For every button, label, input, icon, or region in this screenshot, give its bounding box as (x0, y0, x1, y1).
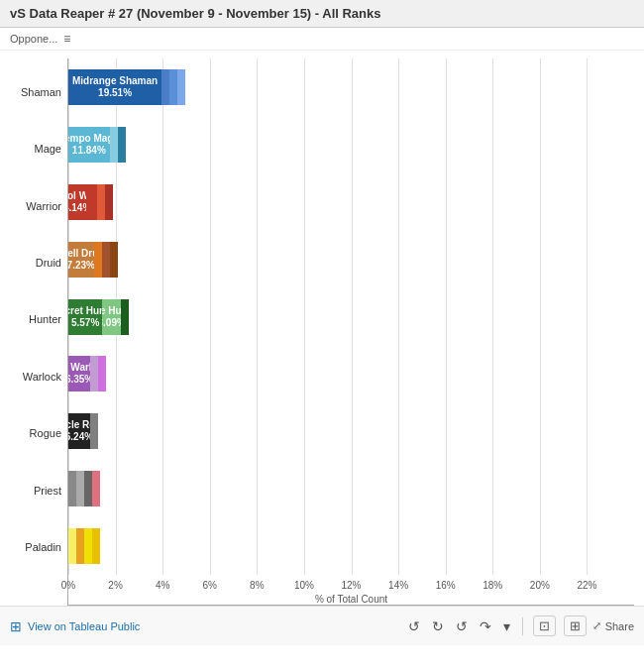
bar-segment[interactable] (97, 184, 105, 220)
x-axis-label: 6% (203, 580, 217, 591)
bar-segment[interactable] (92, 471, 100, 506)
filter-row: Oppone... ≡ (0, 28, 644, 51)
bar-segment[interactable] (102, 242, 110, 278)
bar-segment[interactable]: Miracle Rogue6.24% (68, 413, 90, 449)
segment-label: Zoo Warlock (68, 362, 90, 374)
share-button[interactable]: ⤢ Share (592, 619, 634, 632)
y-axis-labels: ShamanMageWarriorDruidHunterWarlockRogue… (0, 58, 67, 606)
bar-segment[interactable] (161, 69, 169, 105)
redo-button[interactable]: ↻ (428, 616, 448, 636)
bar-segment[interactable] (169, 69, 177, 105)
y-axis-label: Hunter (0, 291, 61, 348)
x-axis-label: 0% (61, 580, 75, 591)
bar-segments: Miracle Rogue6.24% (68, 413, 152, 449)
segment-value: 11.84% (72, 145, 106, 157)
bar-segment[interactable]: Spell Druid7.23% (68, 242, 94, 278)
bar-row (68, 517, 634, 575)
y-axis-label: Shaman (0, 63, 61, 120)
bar-segment[interactable] (86, 184, 97, 220)
tableau-label[interactable]: View on Tableau Public (28, 620, 140, 632)
filter-label: Oppone... (10, 33, 57, 45)
segment-label: Spell Druid (68, 248, 94, 260)
x-axis-label: 8% (250, 580, 264, 591)
y-axis-label: Druid (0, 234, 61, 290)
y-axis-label: Rogue (0, 405, 61, 462)
bar-segments: Zoo Warlock6.35% (68, 356, 152, 391)
footer: ⊞ View on Tableau Public ↺ ↻ ↺ ↷ ▾ ⊡ ⊞ ⤢… (0, 606, 644, 645)
footer-divider (522, 617, 523, 635)
x-axis-label: 10% (294, 580, 314, 591)
x-axis-label: 16% (436, 580, 456, 591)
bar-segment[interactable]: Midrange Shaman19.51% (68, 69, 161, 105)
bar-segment[interactable] (110, 242, 118, 278)
footer-controls: ↺ ↻ ↺ ↷ ▾ ⊡ ⊞ ⤢ Share (404, 615, 634, 636)
bar-segment[interactable] (84, 471, 92, 506)
segment-label: Midrange Shaman (72, 75, 158, 87)
bar-segment[interactable] (68, 528, 76, 564)
y-axis-label: Warrior (0, 177, 61, 234)
bar-segment[interactable]: Control Warrior4.14% (68, 184, 86, 220)
bar-segments: Tempo Mage11.84% (68, 127, 152, 163)
segment-value: 6.24% (68, 431, 90, 443)
segment-value: 7.23% (68, 260, 94, 272)
page-title: vS Data Reaper # 27 (November 9 - Novemb… (10, 6, 381, 21)
title-bar: vS Data Reaper # 27 (November 9 - Novemb… (0, 0, 644, 28)
bar-segments: Spell Druid7.23% (68, 242, 153, 278)
bar-segment[interactable] (94, 242, 102, 278)
bar-segments (68, 528, 100, 564)
expand-button[interactable]: ⊞ (564, 615, 587, 636)
bar-segment[interactable]: Secret Hunter5.57% (68, 299, 102, 335)
bar-segment[interactable] (110, 127, 118, 163)
bar-row (68, 460, 634, 517)
filter-icon[interactable]: ≡ (63, 32, 70, 46)
bar-segment[interactable] (92, 528, 100, 564)
forward-button[interactable]: ↷ (476, 616, 495, 636)
bar-row: Spell Druid7.23% (68, 231, 634, 288)
bar-row: Miracle Rogue6.24% (68, 402, 634, 460)
bar-segment[interactable]: Face Hunter3.09% (102, 299, 121, 335)
undo2-button[interactable]: ↺ (452, 616, 472, 636)
bar-segment[interactable] (98, 356, 106, 391)
x-axis-label: 12% (341, 580, 361, 591)
share-label: Share (605, 620, 634, 632)
x-axis-label: 20% (530, 580, 550, 591)
y-axis-label: Warlock (0, 348, 61, 404)
bar-segments: Secret Hunter5.57%Face Hunter3.09% (68, 299, 214, 335)
bar-segment[interactable] (177, 69, 185, 105)
y-axis-label: Priest (0, 462, 61, 518)
segment-label: Tempo Mage (68, 133, 110, 145)
undo-button[interactable]: ↺ (404, 616, 424, 636)
bar-segment[interactable] (105, 184, 113, 220)
bar-segments: Midrange Shaman19.51% (68, 69, 185, 105)
bar-segment[interactable] (68, 471, 76, 506)
x-axis-label: 4% (156, 580, 169, 591)
segment-value: 4.14% (68, 202, 86, 214)
tableau-link[interactable]: ⊞ View on Tableau Public (10, 618, 140, 634)
bar-segment[interactable] (90, 356, 98, 391)
tableau-icon: ⊞ (10, 618, 22, 634)
segment-value: 5.57% (71, 317, 99, 329)
bar-segment[interactable]: Zoo Warlock6.35% (68, 356, 90, 391)
layout-button[interactable]: ⊡ (533, 615, 556, 636)
bar-row: Control Warrior4.14% (68, 173, 634, 231)
chart-area: ShamanMageWarriorDruidHunterWarlockRogue… (0, 51, 644, 606)
bar-row: Tempo Mage11.84% (68, 116, 634, 173)
bar-segment[interactable]: Tempo Mage11.84% (68, 127, 110, 163)
segment-value: 19.51% (98, 87, 132, 99)
bar-segment[interactable] (84, 528, 92, 564)
bar-segment[interactable] (76, 471, 84, 506)
x-axis-label: 22% (577, 580, 596, 591)
segment-label: Secret Hunter (68, 305, 102, 317)
bar-segment[interactable] (90, 413, 98, 449)
bar-segments: Control Warrior4.14% (68, 184, 173, 220)
bar-segments (68, 471, 100, 506)
y-axis-label: Paladin (0, 519, 61, 576)
x-axis-label: 14% (388, 580, 408, 591)
bar-row: Zoo Warlock6.35% (68, 345, 634, 402)
bar-segment[interactable] (118, 127, 126, 163)
segment-value: 6.35% (68, 374, 90, 386)
bar-segment[interactable] (121, 299, 129, 335)
bar-segment[interactable] (76, 528, 84, 564)
dropdown-button[interactable]: ▾ (499, 616, 514, 636)
segment-label: Miracle Rogue (68, 419, 90, 431)
